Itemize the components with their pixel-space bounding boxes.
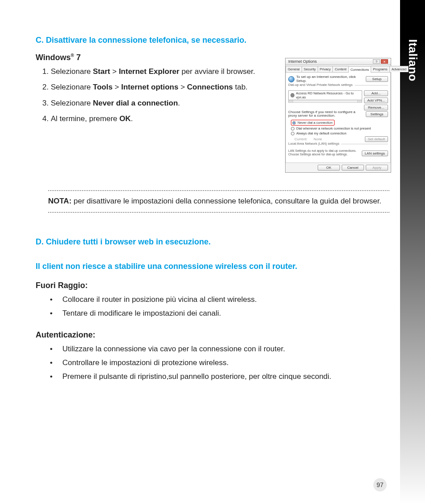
kw-neverdial: Never dial a connection (93, 99, 178, 107)
t: per avviare il browser. (180, 67, 255, 76)
dialog-titlebar: Internet Options ? ✕ (286, 58, 391, 65)
vpn-buttons: Add... Add VPN... Remove... (364, 90, 388, 110)
note-box: NOTA: per disattivare le impostazioni de… (48, 190, 389, 213)
window-buttons: ? ✕ (373, 59, 388, 64)
page-number: 97 (373, 478, 387, 492)
auth-list: Utilizzare la connessione via cavo per l… (36, 344, 389, 382)
globe-icon (288, 76, 294, 82)
internet-options-dialog: Internet Options ? ✕ General Security Pr… (285, 58, 391, 173)
close-button[interactable]: ✕ (381, 59, 388, 64)
dialog-body: To set up an Internet connection, click … (286, 73, 391, 163)
lan-settings-button[interactable]: LAN settings (362, 150, 388, 156)
kw-start: Start (93, 67, 110, 76)
t: Selezionare (51, 99, 93, 107)
t: > (113, 83, 121, 91)
note-body: per disattivare le impostazioni della co… (72, 197, 382, 205)
t: . (178, 99, 180, 107)
current-label: Current: (294, 137, 307, 141)
radio-never-dial-row: Never dial a connection (291, 120, 388, 126)
current-value: None (314, 137, 322, 141)
kw-conn: Connections (187, 83, 233, 91)
t: . (131, 114, 133, 123)
vpn-listbox[interactable]: Access RD Network Resources - Go to vpn.… (288, 90, 362, 100)
radio-never-dial-label: Never dial a connection (298, 121, 332, 125)
add-vpn-button[interactable]: Add VPN... (364, 98, 388, 103)
auth-item-2: Controllare le impostazioni di protezion… (62, 358, 389, 368)
radio-always-dial[interactable] (291, 132, 294, 135)
tab-connections[interactable]: Connections (348, 66, 372, 73)
kw-tools: Tools (93, 83, 113, 91)
dialog-title: Internet Options (288, 59, 317, 64)
kw-ok: OK (119, 114, 131, 123)
t: > (178, 83, 187, 91)
note-label: NOTA: (48, 197, 72, 205)
auth-item-1: Utilizzare la connessione via cavo per l… (62, 344, 389, 354)
proxy-text: Choose Settings if you need to configure… (288, 110, 364, 118)
highlight-box: Never dial a connection (291, 120, 335, 126)
setup-button[interactable]: Setup (366, 76, 388, 82)
add-button[interactable]: Add... (364, 90, 388, 96)
set-default-button[interactable]: Set default (365, 136, 388, 142)
group-lan: Local Area Network (LAN) settings (288, 144, 388, 148)
tab-programs[interactable]: Programs (371, 66, 390, 72)
radio-dial-whenever[interactable] (291, 127, 294, 130)
tab-general[interactable]: General (286, 66, 302, 72)
radio-always-dial-row: Always dial my default connection (291, 131, 388, 135)
t: Selezionare (51, 67, 93, 76)
t: tab. (233, 83, 248, 91)
group-lan-label: Local Area Network (LAN) settings (288, 142, 341, 146)
fuori-item-2: Tentare di modificare le impostazioni de… (62, 309, 389, 319)
dialog-footer: OK Cancel Apply (286, 163, 391, 172)
lan-text: LAN Settings do not apply to dial-up con… (288, 149, 360, 156)
page: Italiano C. Disattivare la connessione t… (0, 0, 425, 504)
tab-security[interactable]: Security (302, 66, 318, 72)
list-scrollbar[interactable] (288, 100, 362, 103)
fuori-list: Collocare il router in posizione più vic… (36, 295, 389, 319)
dotted-rule-bottom (48, 212, 389, 213)
lan-row: LAN Settings do not apply to dial-up con… (288, 149, 388, 158)
group-dialup: Dial-up and Virtual Private Network sett… (288, 85, 388, 89)
tab-advanced[interactable]: Advanced (389, 66, 409, 72)
proxy-row: Choose Settings if you need to configure… (288, 110, 388, 118)
setup-text: To set up an Internet connection, click … (296, 75, 364, 83)
language-label: Italiano (406, 39, 420, 81)
remove-button[interactable]: Remove... (364, 105, 388, 110)
apply-button[interactable]: Apply (366, 165, 388, 171)
os-ver: 7 (76, 53, 81, 62)
fuori-raggio-heading: Fuori Raggio: (36, 281, 389, 290)
vpn-left: Access RD Network Resources - Go to vpn.… (288, 90, 362, 105)
tab-strip: General Security Privacy Content Connect… (286, 65, 391, 73)
language-side-tab: Italiano (400, 0, 425, 504)
kw-ie: Internet Explorer (119, 67, 180, 76)
auth-heading: Autenticazione: (36, 330, 389, 340)
help-button[interactable]: ? (373, 59, 380, 64)
reg-mark: ® (71, 53, 74, 58)
connection-icon (290, 93, 294, 98)
radio-dial-whenever-row: Dial whenever a network connection is no… (291, 126, 388, 130)
note-text: NOTA: per disattivare le impostazioni de… (48, 194, 389, 209)
t: Al termine, premere (51, 114, 119, 123)
vpn-list-row: Access RD Network Resources - Go to vpn.… (288, 90, 388, 110)
radio-dial-whenever-label: Dial whenever a network connection is no… (296, 126, 371, 130)
fuori-item-1: Collocare il router in posizione più vic… (62, 295, 389, 305)
vpn-list-item: Access RD Network Resources - Go to vpn.… (296, 91, 360, 99)
os-text: Windows (36, 53, 71, 62)
section-c-heading: C. Disattivare la connessione telefonica… (36, 36, 389, 45)
group-dialup-label: Dial-up and Virtual Private Network sett… (288, 83, 355, 87)
dotted-rule-top (48, 190, 389, 191)
ok-button[interactable]: OK (318, 165, 340, 171)
t: Selezionare (51, 83, 93, 91)
cancel-button[interactable]: Cancel (342, 165, 364, 171)
radio-always-dial-label: Always dial my default connection (296, 131, 347, 135)
tab-privacy[interactable]: Privacy (318, 66, 333, 72)
issue-heading: Il client non riesce a stabilire una con… (36, 262, 389, 271)
settings-button[interactable]: Settings (366, 111, 388, 117)
section-d-heading: D. Chiudere tutti i browser web in esecu… (36, 237, 389, 247)
auth-item-3: Premere il pulsante di ripristino,sul pa… (62, 372, 389, 382)
setup-row: To set up an Internet connection, click … (288, 75, 388, 83)
t: > (110, 67, 119, 76)
radio-never-dial[interactable] (292, 121, 296, 125)
kw-inetopt: Internet options (121, 83, 178, 91)
tab-content[interactable]: Content (332, 66, 348, 72)
